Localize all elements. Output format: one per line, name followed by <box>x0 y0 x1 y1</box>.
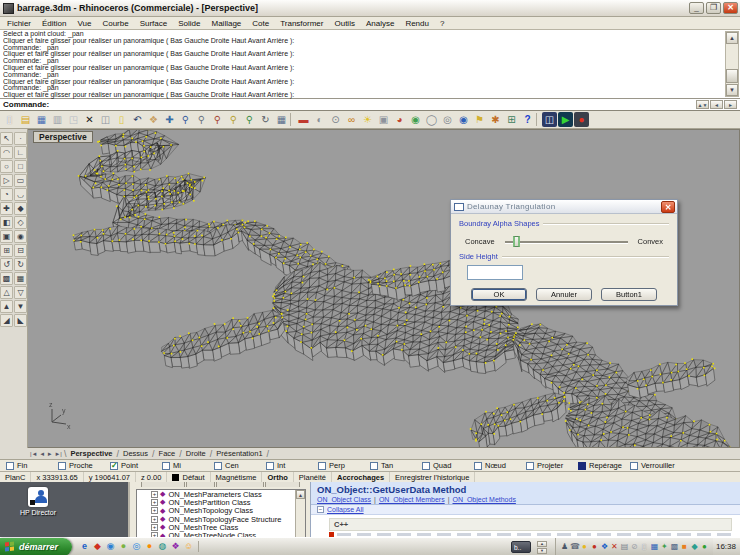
checkbox-icon[interactable] <box>370 462 378 470</box>
menu-item[interactable]: Maillage <box>212 19 242 28</box>
render-preview[interactable]: ◎ <box>440 112 455 127</box>
viewport-tab[interactable]: Perspective <box>66 449 116 458</box>
network-icon[interactable]: ▦ <box>650 542 659 552</box>
alpha-slider-thumb[interactable] <box>513 236 520 247</box>
dialog-title-bar[interactable]: Delaunay Triangulation ✕ <box>451 200 677 214</box>
sphere-tool[interactable]: ◉ <box>14 230 27 243</box>
separator[interactable] <box>536 113 541 126</box>
pan-hand[interactable]: ❖ <box>146 112 161 127</box>
menu-item[interactable]: Cote <box>252 19 269 28</box>
print[interactable]: ▥ <box>50 112 65 127</box>
rectangle-tool[interactable]: □ <box>14 160 27 173</box>
viewport-tab[interactable]: Droite <box>182 449 210 458</box>
perspective-viewport[interactable]: Perspective Delaunay Triangulation ✕ Bou… <box>28 129 740 448</box>
quicktime-icon[interactable]: ◍ <box>157 541 168 552</box>
status-cell[interactable]: Accrochages <box>332 472 390 482</box>
osnap-checkbox[interactable]: Fin <box>6 461 58 470</box>
close-button[interactable]: ✕ <box>723 2 738 14</box>
render[interactable]: ◯ <box>424 112 439 127</box>
checkbox-icon[interactable] <box>630 462 638 470</box>
internet-explorer-icon[interactable]: e <box>79 541 90 552</box>
checkbox-icon[interactable] <box>110 462 118 470</box>
menu-item[interactable]: ? <box>440 19 444 28</box>
alert-icon[interactable]: ● <box>590 542 599 552</box>
rotate-view[interactable]: ↻ <box>258 112 273 127</box>
help-tab[interactable]: Rechercher <box>216 482 264 487</box>
link[interactable]: ∞ <box>344 112 359 127</box>
osnap-checkbox[interactable]: Verrouiller <box>630 461 682 470</box>
command-prompt-row[interactable]: Commande: ▲▼ ◄ ► <box>0 99 740 111</box>
zoom[interactable]: ⚲ <box>178 112 193 127</box>
polyline-tool[interactable]: ∟ <box>14 146 27 159</box>
prompt-spinner[interactable]: ▲▼ <box>696 100 709 109</box>
status-cell[interactable]: PlanC <box>0 472 31 482</box>
help-tab[interactable]: Favoris <box>265 482 300 487</box>
ok-button[interactable]: OK <box>471 288 527 301</box>
prompt-right-button[interactable]: ► <box>724 100 737 109</box>
prompt-left-button[interactable]: ◄ <box>710 100 723 109</box>
button1-button[interactable]: Button1 <box>601 288 657 301</box>
menu-item[interactable]: Solide <box>178 19 200 28</box>
status-cell[interactable]: Défaut <box>167 472 210 482</box>
viewport-tab[interactable]: Présentation1 <box>212 449 266 458</box>
help-tab[interactable]: Index <box>186 482 215 487</box>
box-tool[interactable]: ▣ <box>0 230 13 243</box>
command-history[interactable]: Select a point cloud: _panCliquer et fai… <box>0 30 740 99</box>
menu-item[interactable]: Transformer <box>280 19 323 28</box>
user-icon[interactable]: ♟ <box>560 542 569 552</box>
osnap-checkbox[interactable]: Cen <box>214 461 266 470</box>
play[interactable]: ▶ <box>558 112 573 127</box>
scroll-up-button[interactable]: ▲ <box>726 32 738 44</box>
title-bar[interactable]: barrage.3dm - Rhinoceros (Commerciale) -… <box>0 0 740 17</box>
browser-icon[interactable]: ◉ <box>105 541 116 552</box>
expand-icon[interactable]: + <box>151 516 158 523</box>
color-wheel[interactable]: ◉ <box>408 112 423 127</box>
printer-icon[interactable]: ▤ <box>620 542 629 552</box>
move[interactable]: ✚ <box>162 112 177 127</box>
circle-tool[interactable]: ○ <box>0 160 13 173</box>
menu-item[interactable]: Analyse <box>366 19 394 28</box>
doc-link[interactable]: ON_Object Class <box>317 496 371 503</box>
status-cell[interactable]: y 190641.07 <box>84 472 136 482</box>
sync-icon[interactable]: ◆ <box>690 542 699 552</box>
status-cell[interactable]: z 0.00 <box>136 472 167 482</box>
arc-tool[interactable]: ▷ <box>0 174 13 187</box>
scroll-thumb[interactable] <box>726 69 738 83</box>
device-icon[interactable]: ☎ <box>570 542 579 552</box>
zoom-selected[interactable]: ⚲ <box>226 112 241 127</box>
mesh-tool[interactable]: ▩ <box>0 272 13 285</box>
help-tab[interactable]: Sommaire <box>141 482 185 487</box>
freeform-tool[interactable]: ◡ <box>14 188 27 201</box>
boolean-union[interactable]: ⊞ <box>0 244 13 257</box>
options-gear[interactable]: ✱ <box>488 112 503 127</box>
checkbox-icon[interactable] <box>526 462 534 470</box>
antivirus-icon[interactable]: ● <box>700 542 709 552</box>
menu-item[interactable]: Édition <box>42 19 66 28</box>
status-cell[interactable]: Ortho <box>262 472 293 482</box>
checkbox-icon[interactable] <box>214 462 222 470</box>
media-icon[interactable]: ◆ <box>92 541 103 552</box>
checkbox-icon[interactable] <box>318 462 326 470</box>
expand-icon[interactable]: + <box>151 499 158 506</box>
cancel-button[interactable]: Annuler <box>536 288 592 301</box>
smiley-icon[interactable]: ☺ <box>183 541 194 552</box>
corner2-tool[interactable]: ◣ <box>14 314 27 327</box>
status-cell[interactable]: Enregistrer l'historique <box>390 472 475 482</box>
osnap-checkbox[interactable]: Projeter <box>526 461 578 470</box>
flag[interactable]: ⚑ <box>472 112 487 127</box>
tri-down-tool[interactable]: ▽ <box>14 286 27 299</box>
curve-tool[interactable]: ◠ <box>0 146 13 159</box>
doc-link[interactable]: ON_Object Methods <box>452 496 515 503</box>
alpha-slider[interactable] <box>505 235 628 247</box>
separator[interactable] <box>290 113 295 126</box>
dialog-close-button[interactable]: ✕ <box>661 201 675 213</box>
ellipse-tool[interactable]: ◔ <box>0 188 13 201</box>
command-prompt-label[interactable]: Commande: <box>3 100 696 109</box>
menu-item[interactable]: Outils <box>334 19 354 28</box>
shaded-view[interactable]: ◕ <box>392 112 407 127</box>
checkbox-icon[interactable] <box>6 462 14 470</box>
shield-yellow-icon[interactable]: ● <box>580 542 589 552</box>
checkbox-icon[interactable] <box>578 462 586 470</box>
zoom-dynamic[interactable]: ⚲ <box>194 112 209 127</box>
extrude-tool[interactable]: ◧ <box>0 216 13 229</box>
